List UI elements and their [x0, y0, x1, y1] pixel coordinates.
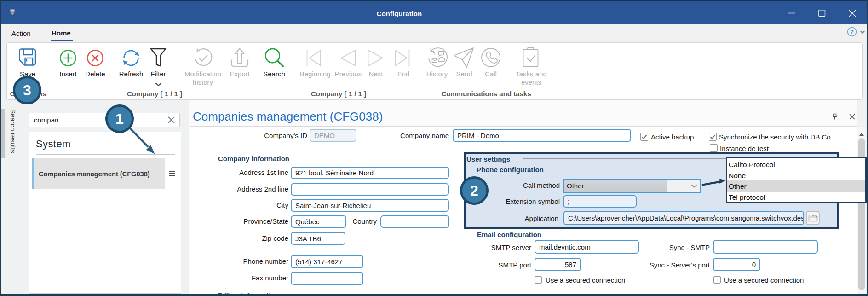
svg-text:?: ?	[850, 29, 854, 35]
